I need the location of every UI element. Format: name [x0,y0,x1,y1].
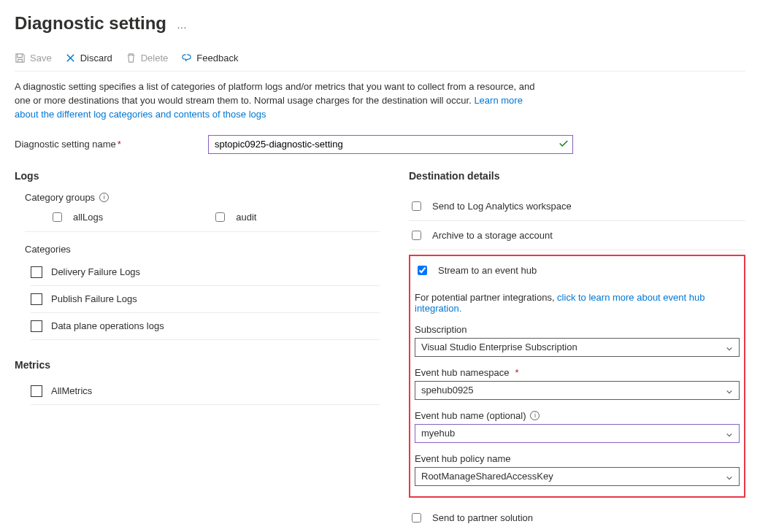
audit-label: audit [236,212,256,223]
hubname-label: Event hub name (optional) i [415,410,740,421]
destination-section-title: Destination details [409,170,745,182]
send-log-analytics-checkbox[interactable] [412,201,421,211]
alllogs-label: allLogs [73,212,103,223]
alllogs-checkbox[interactable] [53,212,62,222]
namespace-select[interactable]: spehub0925 [415,381,740,400]
send-partner-checkbox[interactable] [412,513,421,523]
subscription-label: Subscription [415,324,740,335]
allmetrics-label: AllMetrics [51,385,92,396]
chevron-down-icon [726,430,733,437]
allmetrics-checkbox[interactable] [31,385,42,397]
subscription-select[interactable]: Visual Studio Enterprise Subscription [415,338,740,357]
stream-event-hub-checkbox[interactable] [418,266,427,275]
chevron-down-icon [726,473,733,480]
category-groups-label: Category groups i [25,192,380,203]
audit-checkbox[interactable] [215,212,225,222]
policy-select[interactable]: RootManageSharedAccessKey [415,467,740,486]
logs-section-title: Logs [15,170,380,182]
chevron-down-icon [726,344,733,351]
stream-event-hub-label: Stream to an event hub [438,265,537,276]
page-title: Diagnostic setting [15,13,166,34]
delete-button[interactable]: Delete [126,53,169,63]
categories-label: Categories [25,244,380,255]
valid-check-icon [559,138,569,150]
metrics-section-title: Metrics [15,359,380,371]
info-icon[interactable]: i [530,411,540,420]
info-icon[interactable]: i [99,193,109,202]
send-partner-label: Send to partner solution [432,512,533,523]
policy-label: Event hub policy name [415,453,740,464]
delete-icon [126,53,137,63]
discard-button[interactable]: Discard [65,53,112,63]
stream-event-hub-section: Stream to an event hub For potential par… [409,255,745,498]
chevron-down-icon [726,387,733,394]
delivery-failure-label: Delivery Failure Logs [51,266,140,277]
event-hub-hint: For potential partner integrations, clic… [415,292,740,314]
archive-storage-checkbox[interactable] [412,231,421,240]
discard-icon [65,53,76,63]
dataplane-ops-checkbox[interactable] [31,320,42,332]
namespace-label: Event hub namespace* [415,367,740,378]
toolbar: Save Discard Delete Feedback [15,53,745,72]
publish-failure-label: Publish Failure Logs [51,293,137,304]
intro-text: A diagnostic setting specifies a list of… [15,80,540,122]
setting-name-input[interactable] [208,135,573,154]
publish-failure-checkbox[interactable] [31,293,42,305]
setting-name-label: Diagnostic setting name* [15,139,208,150]
archive-storage-label: Archive to a storage account [432,230,553,241]
save-button[interactable]: Save [15,53,52,63]
save-icon [15,53,26,63]
more-actions-button[interactable]: … [177,19,188,31]
delivery-failure-checkbox[interactable] [31,266,42,278]
hubname-select[interactable]: myehub [415,424,740,443]
dataplane-ops-label: Data plane operations logs [51,320,164,331]
send-log-analytics-label: Send to Log Analytics workspace [432,201,572,212]
feedback-button[interactable]: Feedback [181,53,238,63]
feedback-icon [181,53,192,63]
